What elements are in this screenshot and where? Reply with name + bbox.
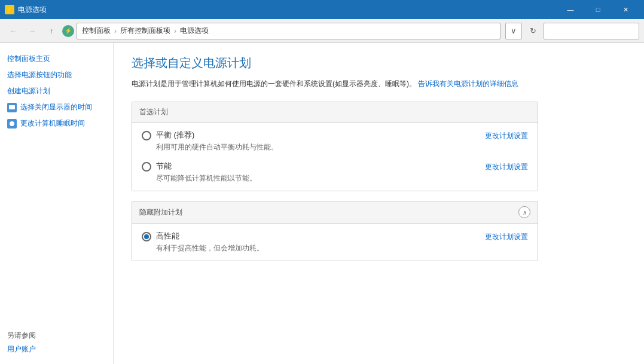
plan-item-powersaver-text: 节能 尽可能降低计算机性能以节能。 xyxy=(156,161,257,183)
separator1: › xyxy=(114,27,117,35)
close-button[interactable]: ✕ xyxy=(612,0,639,19)
hidden-plans-label: 隐藏附加计划 xyxy=(139,207,182,218)
radio-powersaver[interactable] xyxy=(142,162,151,172)
breadcrumb-part3[interactable]: 电源选项 xyxy=(180,26,209,36)
content-area: 选择或自定义电源计划 电源计划是用于管理计算机如何使用电源的一套硬件和系统设置(… xyxy=(114,43,644,364)
maximize-button[interactable]: □ xyxy=(584,0,612,19)
separator2: › xyxy=(174,27,176,35)
sleep-icon xyxy=(7,119,17,129)
plan-item-powersaver-left: 节能 尽可能降低计算机性能以节能。 xyxy=(142,161,257,183)
plan-balanced-desc: 利用可用的硬件自动平衡功耗与性能。 xyxy=(156,142,278,152)
content-desc-link[interactable]: 告诉我有关电源计划的详细信息 xyxy=(418,79,518,88)
plan-balanced-name: 平衡 (推荐) xyxy=(156,130,278,140)
plan-item-balanced-left: 平衡 (推荐) 利用可用的硬件自动平衡功耗与性能。 xyxy=(142,130,278,152)
sidebar-item-create-plan[interactable]: 创建电源计划 xyxy=(7,85,106,97)
hidden-plans-header: 隐藏附加计划 ∧ xyxy=(132,201,538,224)
plan-powersaver-desc: 尽可能降低计算机性能以节能。 xyxy=(156,173,257,183)
preferred-plans-label: 首选计划 xyxy=(139,107,168,117)
plan-highperf-settings-link[interactable]: 更改计划设置 xyxy=(485,232,528,242)
address-dropdown-button[interactable]: ∨ xyxy=(505,23,522,39)
sidebar-item-home[interactable]: 控制面板主页 xyxy=(7,53,106,65)
titlebar-icon: ⚡ xyxy=(5,5,14,14)
sidebar-item-sleep-label[interactable]: 更改计算机睡眠时间 xyxy=(20,117,85,130)
addressbar: ← → ↑ ⚡ 控制面板 › 所有控制面板项 › 电源选项 ∨ ↻ xyxy=(0,19,644,43)
back-button[interactable]: ← xyxy=(5,23,22,39)
sidebar-item-display[interactable]: 选择关闭显示器的时间 xyxy=(7,101,106,114)
up-button[interactable]: ↑ xyxy=(43,23,60,39)
content-desc-text: 电源计划是用于管理计算机如何使用电源的一套硬件和系统设置(如显示器亮度、睡眠等)… xyxy=(132,79,416,88)
plan-highperf-desc: 有利于提高性能，但会增加功耗。 xyxy=(156,243,264,253)
hidden-plans-section: 隐藏附加计划 ∧ 高性能 有利于提高性能，但会增加功耗。 更改计划 xyxy=(132,201,538,261)
radio-highperf-inner xyxy=(144,234,149,239)
collapse-button[interactable]: ∧ xyxy=(518,206,530,218)
plan-item-balanced: 平衡 (推荐) 利用可用的硬件自动平衡功耗与性能。 更改计划设置 xyxy=(142,130,528,152)
preferred-plans-section: 首选计划 平衡 (推荐) 利用可用的硬件自动平衡功耗与性能。 更改计划设置 xyxy=(132,102,538,191)
display-icon xyxy=(7,103,17,112)
plan-highperf-name: 高性能 xyxy=(156,231,264,241)
plan-item-highperf-text: 高性能 有利于提高性能，但会增加功耗。 xyxy=(156,231,264,253)
main-layout: 控制面板主页 选择电源按钮的功能 创建电源计划 选择关闭显示器的时间 更改计算机… xyxy=(0,43,644,364)
plan-item-powersaver: 节能 尽可能降低计算机性能以节能。 更改计划设置 xyxy=(142,161,528,183)
plan-item-highperf: 高性能 有利于提高性能，但会增加功耗。 更改计划设置 xyxy=(142,231,528,253)
sidebar: 控制面板主页 选择电源按钮的功能 创建电源计划 选择关闭显示器的时间 更改计算机… xyxy=(0,43,114,364)
preferred-plans-content: 平衡 (推荐) 利用可用的硬件自动平衡功耗与性能。 更改计划设置 节能 尽可能降… xyxy=(132,123,538,191)
plan-item-balanced-text: 平衡 (推荐) 利用可用的硬件自动平衡功耗与性能。 xyxy=(156,130,278,152)
sidebar-item-sleep[interactable]: 更改计算机睡眠时间 xyxy=(7,117,106,130)
sidebar-item-power-button[interactable]: 选择电源按钮的功能 xyxy=(7,69,106,81)
refresh-button[interactable]: ↻ xyxy=(524,23,541,39)
preferred-plans-header: 首选计划 xyxy=(132,102,538,123)
radio-balanced[interactable] xyxy=(142,131,151,140)
hidden-plans-content: 高性能 有利于提高性能，但会增加功耗。 更改计划设置 xyxy=(132,224,538,261)
content-description: 电源计划是用于管理计算机如何使用电源的一套硬件和系统设置(如显示器亮度、睡眠等)… xyxy=(132,78,538,90)
address-box[interactable]: 控制面板 › 所有控制面板项 › 电源选项 xyxy=(77,23,500,39)
page-title: 选择或自定义电源计划 xyxy=(132,55,626,71)
titlebar-controls: — □ ✕ xyxy=(557,0,639,19)
sidebar-footer-title: 另请参阅 xyxy=(7,331,106,341)
plan-powersaver-settings-link[interactable]: 更改计划设置 xyxy=(485,162,528,172)
titlebar: ⚡ 电源选项 — □ ✕ xyxy=(0,0,644,19)
search-input[interactable] xyxy=(544,23,639,39)
sidebar-item-display-label[interactable]: 选择关闭显示器的时间 xyxy=(20,101,92,114)
plan-powersaver-name: 节能 xyxy=(156,161,257,172)
plan-item-highperf-left: 高性能 有利于提高性能，但会增加功耗。 xyxy=(142,231,264,253)
sidebar-footer-link-users[interactable]: 用户账户 xyxy=(7,345,36,353)
breadcrumb-part1[interactable]: 控制面板 xyxy=(82,26,111,36)
folder-icon: ⚡ xyxy=(62,25,74,37)
breadcrumb-part2[interactable]: 所有控制面板项 xyxy=(120,26,170,36)
minimize-button[interactable]: — xyxy=(557,0,584,19)
plan-balanced-settings-link[interactable]: 更改计划设置 xyxy=(485,131,528,141)
sidebar-nav: 控制面板主页 选择电源按钮的功能 创建电源计划 选择关闭显示器的时间 更改计算机… xyxy=(7,53,106,130)
sidebar-footer: 另请参阅 用户账户 xyxy=(7,321,106,354)
titlebar-title: 电源选项 xyxy=(18,5,557,15)
forward-button[interactable]: → xyxy=(24,23,41,39)
radio-highperf[interactable] xyxy=(142,232,151,241)
